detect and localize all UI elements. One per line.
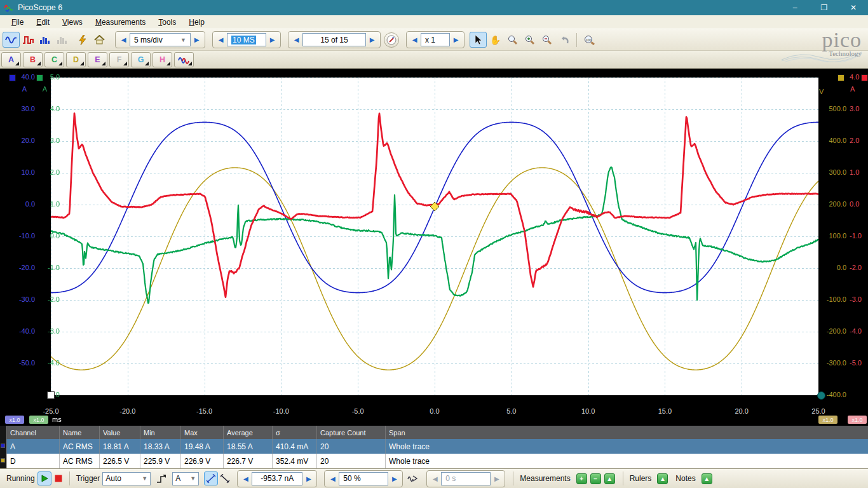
axis-A-tick-label[interactable]: 0.0: [0, 200, 35, 208]
notes-settings-button[interactable]: ▲: [702, 473, 712, 484]
axis-C-tick-label[interactable]: 1.0: [37, 200, 60, 208]
math-channels-button[interactable]: [174, 52, 194, 67]
table-row[interactable]: DAC RMS226.5 V225.9 V226.9 V226.7 V352.4…: [0, 454, 868, 468]
axis-D-scale-handle[interactable]: [837, 74, 844, 81]
channel-F-button[interactable]: F: [109, 52, 129, 67]
rising-edge-button[interactable]: [204, 471, 218, 485]
timebase-dropdown[interactable]: 5 ms/div ▼: [130, 33, 191, 46]
stop-capture-button[interactable]: [51, 471, 65, 485]
axis-A-tick-label[interactable]: -20.0: [0, 264, 35, 272]
samples-input[interactable]: 10 MS: [227, 33, 266, 46]
zoom-in-step-button[interactable]: ▶: [450, 33, 462, 47]
channel-B-button[interactable]: B: [23, 52, 43, 67]
axis-C-tick-label[interactable]: 3.0: [37, 137, 60, 145]
axis-B-tick-label[interactable]: 1.0: [850, 168, 867, 177]
trigger-level-input[interactable]: -953.7 nA: [252, 472, 302, 485]
channel-E-button[interactable]: E: [88, 52, 107, 67]
trigger-level-up-button[interactable]: ▶: [302, 471, 315, 485]
axis-B-scale-handle[interactable]: [861, 74, 868, 81]
zoom-out-button[interactable]: [538, 32, 555, 48]
channel-G-button[interactable]: G: [131, 52, 151, 67]
channel-H-button[interactable]: H: [153, 52, 172, 67]
trigger-source-dropdown[interactable]: A ▼: [172, 472, 199, 485]
trigger-mode-dropdown[interactable]: Auto ▼: [102, 472, 151, 485]
timebase-next-button[interactable]: ▶: [191, 33, 203, 47]
samples-decrease-button[interactable]: ◀: [215, 33, 227, 47]
zoom-100-button[interactable]: 100: [581, 32, 598, 48]
trigger-level-down-button[interactable]: ◀: [240, 471, 252, 485]
samples-increase-button[interactable]: ▶: [266, 33, 278, 47]
post-trigger-delay-button[interactable]: [405, 471, 419, 485]
edit-measurement-button[interactable]: ▲: [604, 473, 615, 484]
falling-edge-button[interactable]: [218, 471, 232, 485]
buffer-indicator[interactable]: 15 of 15: [302, 33, 366, 46]
channel-A-scale-badge[interactable]: x1.0: [5, 416, 24, 424]
channel-D-button[interactable]: D: [66, 52, 86, 67]
axis-D-tick-label[interactable]: 100.0: [820, 232, 846, 240]
axis-A-scale-handle[interactable]: [9, 74, 16, 81]
scope-view-button[interactable]: [3, 32, 20, 48]
axis-C-tick-label[interactable]: -3.0: [37, 327, 60, 336]
add-measurement-button[interactable]: +: [576, 473, 587, 484]
axis-D-tick-label[interactable]: -200.0: [820, 327, 846, 336]
pre-trigger-up-button[interactable]: ▶: [388, 471, 400, 485]
axis-D-tick-label[interactable]: 200.0: [820, 200, 846, 208]
menu-item-measurements[interactable]: Measurements: [89, 16, 152, 29]
axis-C-tick-label[interactable]: 2.0: [37, 168, 60, 177]
remove-measurement-button[interactable]: −: [590, 473, 601, 484]
restore-button[interactable]: ❐: [810, 0, 839, 15]
axis-A-tick-label[interactable]: -30.0: [0, 295, 35, 304]
axis-A-tick-label[interactable]: 30.0: [0, 105, 35, 113]
trigger-reference-marker[interactable]: [47, 391, 55, 399]
waveform-plot[interactable]: [51, 78, 818, 395]
table-row[interactable]: AAC RMS18.81 A18.33 A19.48 A18.55 A410.4…: [0, 439, 868, 454]
zoom-in-button[interactable]: [521, 32, 538, 48]
pointer-tool-button[interactable]: [470, 32, 487, 48]
zoom-select-button[interactable]: [504, 32, 521, 48]
axis-D-tick-label[interactable]: 300.0: [820, 168, 846, 177]
buffer-prev-button[interactable]: ◀: [290, 33, 302, 47]
axis-B-tick-label[interactable]: 0.0: [850, 200, 867, 208]
menu-item-views[interactable]: Views: [56, 16, 89, 29]
advanced-trigger-button[interactable]: [154, 471, 168, 485]
axis-B-tick-label[interactable]: -2.0: [850, 264, 867, 272]
auto-setup-button[interactable]: [74, 32, 91, 48]
axis-D-tick-label[interactable]: 400.0: [820, 137, 846, 145]
menu-item-file[interactable]: File: [5, 16, 30, 29]
menu-item-edit[interactable]: Edit: [30, 16, 56, 29]
zoom-undo-button[interactable]: [555, 32, 573, 48]
zoom-factor-box[interactable]: x 1: [421, 33, 450, 46]
buffer-next-button[interactable]: ▶: [366, 33, 378, 47]
waveform-navigator-button[interactable]: [384, 32, 399, 48]
axis-B-tick-label[interactable]: -3.0: [850, 295, 867, 304]
start-capture-button[interactable]: [37, 471, 51, 485]
home-settings-button[interactable]: [91, 32, 108, 48]
axis-C-tick-label[interactable]: -4.0: [37, 359, 60, 367]
axis-A-tick-label[interactable]: 10.0: [0, 168, 35, 177]
axis-D-tick-label[interactable]: 500.0: [820, 105, 846, 113]
histogram-view-button[interactable]: [37, 32, 54, 48]
pre-trigger-down-button[interactable]: ◀: [327, 471, 339, 485]
pre-trigger-input[interactable]: 50 %: [339, 472, 388, 485]
menu-item-tools[interactable]: Tools: [152, 16, 182, 29]
minimize-button[interactable]: –: [780, 0, 810, 15]
channel-C-button[interactable]: C: [44, 52, 64, 67]
menu-item-help[interactable]: Help: [182, 16, 211, 29]
axis-A-tick-label[interactable]: 20.0: [0, 137, 35, 145]
axis-offset-marker[interactable]: [817, 391, 825, 400]
axis-C-tick-label[interactable]: 0.0: [37, 232, 60, 240]
axis-D-tick-label[interactable]: -300.0: [820, 359, 846, 367]
channel-D-scale-badge[interactable]: x1.0: [818, 416, 837, 424]
channel-C-scale-badge[interactable]: x1.0: [29, 416, 48, 424]
axis-A-tick-label[interactable]: -50.0: [0, 359, 35, 367]
zoom-out-step-button[interactable]: ◀: [409, 33, 421, 47]
axis-A-tick-label[interactable]: -40.0: [0, 327, 35, 336]
axis-C-tick-label[interactable]: 4.0: [37, 105, 60, 113]
close-button[interactable]: ✕: [839, 0, 868, 15]
channel-A-button[interactable]: A: [1, 52, 21, 67]
axis-D-tick-label[interactable]: 0.0: [820, 264, 846, 272]
axis-B-tick-label[interactable]: -5.0: [850, 359, 867, 367]
axis-C-tick-label[interactable]: -1.0: [37, 264, 60, 272]
axis-A-tick-label[interactable]: -10.0: [0, 232, 35, 240]
axis-D-tick-label[interactable]: -100.0: [820, 295, 846, 304]
